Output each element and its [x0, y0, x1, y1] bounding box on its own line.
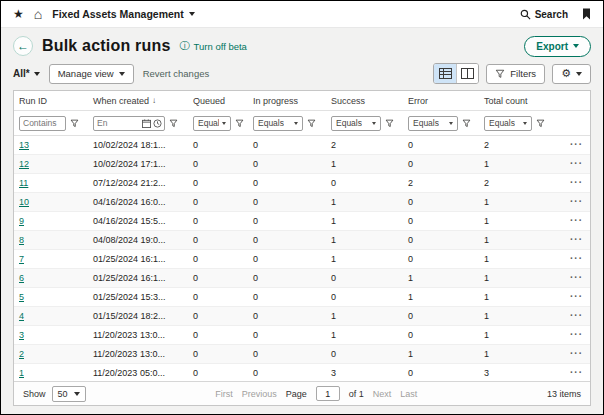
column-header-success[interactable]: Success: [326, 96, 403, 106]
bulk-action-runs-table: Run ID When created ↓ Queued In progress…: [13, 90, 591, 406]
first-page-link[interactable]: First: [215, 389, 233, 399]
row-actions-button[interactable]: ···: [570, 140, 583, 150]
calendar-icon[interactable]: [142, 119, 151, 128]
table-row[interactable]: 111/20/2023 05:0...00303···: [14, 364, 590, 381]
run-id-link[interactable]: 4: [19, 311, 24, 321]
run-id-link[interactable]: 8: [19, 235, 24, 245]
in-progress-cell: 0: [248, 178, 326, 188]
manage-view-button[interactable]: Manage view: [49, 64, 134, 84]
when-created-filter-funnel-button[interactable]: [168, 119, 179, 128]
table-row[interactable]: 804/08/2024 19:0...00101···: [14, 231, 590, 250]
row-actions-button[interactable]: ···: [570, 273, 583, 283]
run-id-link[interactable]: 2: [19, 349, 24, 359]
page-size-select[interactable]: 50: [52, 386, 86, 402]
when-created-filter-input[interactable]: En: [93, 116, 165, 131]
total-count-cell: 1: [479, 311, 554, 321]
table-row[interactable]: 1004/16/2024 16:0...00101···: [14, 193, 590, 212]
filters-button[interactable]: Filters: [486, 64, 545, 84]
queued-cell: 0: [188, 178, 248, 188]
total-count-filter-funnel-button[interactable]: [535, 119, 546, 128]
view-toggle-columns[interactable]: [456, 64, 478, 83]
success-cell: 1: [326, 311, 403, 321]
column-header-when-created[interactable]: When created ↓: [88, 96, 188, 106]
table-row[interactable]: 904/16/2024 15:5...00101···: [14, 212, 590, 231]
success-filter-funnel-button[interactable]: [384, 119, 395, 128]
total-count-filter-select[interactable]: Equals: [484, 116, 532, 131]
row-actions-button[interactable]: ···: [570, 349, 583, 359]
row-actions-button[interactable]: ···: [570, 311, 583, 321]
queued-filter-funnel-button[interactable]: [234, 119, 245, 128]
error-filter-select[interactable]: Equals: [408, 116, 458, 131]
clock-icon[interactable]: [153, 119, 162, 128]
home-icon[interactable]: ⌂: [34, 7, 42, 21]
run-id-link[interactable]: 10: [19, 197, 29, 207]
error-filter-funnel-button[interactable]: [461, 119, 472, 128]
last-page-link[interactable]: Last: [400, 389, 417, 399]
back-button[interactable]: ←: [13, 36, 33, 56]
export-button[interactable]: Export: [524, 36, 591, 57]
row-actions-button[interactable]: ···: [570, 292, 583, 302]
row-actions-button[interactable]: ···: [570, 178, 583, 188]
table-row[interactable]: 1210/02/2024 17:1...00101···: [14, 155, 590, 174]
run-id-filter-funnel-button[interactable]: [69, 119, 80, 128]
error-cell: 1: [403, 292, 479, 302]
column-header-queued[interactable]: Queued: [188, 96, 248, 106]
run-id-link[interactable]: 1: [19, 368, 24, 378]
turn-off-beta-link[interactable]: ⓘ Turn off beta: [180, 39, 247, 53]
run-id-link[interactable]: 12: [19, 159, 29, 169]
table-row[interactable]: 501/25/2024 15:3...00011···: [14, 288, 590, 307]
top-bar-right: Search: [520, 8, 591, 20]
total-count-cell: 1: [479, 254, 554, 264]
table-row[interactable]: 311/20/2023 13:0...00101···: [14, 326, 590, 345]
page-input[interactable]: [316, 386, 340, 401]
equals-option: Equals: [489, 118, 515, 128]
run-id-link[interactable]: 3: [19, 330, 24, 340]
row-actions-button[interactable]: ···: [570, 330, 583, 340]
sort-descending-icon: ↓: [152, 96, 156, 105]
view-toggle-list[interactable]: [434, 64, 456, 83]
run-id-link[interactable]: 11: [19, 178, 28, 188]
next-page-link[interactable]: Next: [373, 389, 392, 399]
chevron-down-icon: [34, 72, 40, 76]
table-row[interactable]: 211/20/2023 13:0...00011···: [14, 345, 590, 364]
run-id-filter-input[interactable]: [19, 116, 66, 131]
column-header-in-progress[interactable]: In progress: [248, 96, 326, 106]
in-progress-filter-select[interactable]: Equals: [253, 116, 303, 131]
table-row[interactable]: 401/15/2024 18:2...00101···: [14, 307, 590, 326]
row-actions-button[interactable]: ···: [570, 216, 583, 226]
run-id-link[interactable]: 5: [19, 292, 24, 302]
table-row[interactable]: 601/25/2024 16:1...00011···: [14, 269, 590, 288]
column-header-error[interactable]: Error: [403, 96, 479, 106]
run-id-link[interactable]: 6: [19, 273, 24, 283]
row-actions-button[interactable]: ···: [570, 368, 583, 378]
run-id-link[interactable]: 9: [19, 216, 24, 226]
row-actions-button[interactable]: ···: [570, 159, 583, 169]
in-progress-filter-funnel-button[interactable]: [306, 119, 317, 128]
previous-page-link[interactable]: Previous: [242, 389, 277, 399]
chevron-down-icon: [449, 122, 453, 125]
bookmark-icon[interactable]: [582, 8, 591, 20]
queued-filter-select[interactable]: Equals: [193, 116, 231, 131]
in-progress-cell: 0: [248, 292, 326, 302]
row-actions-button[interactable]: ···: [570, 197, 583, 207]
row-actions-button[interactable]: ···: [570, 235, 583, 245]
settings-button[interactable]: ⚙: [552, 64, 591, 84]
row-actions-cell: ···: [554, 349, 590, 359]
table-row[interactable]: 701/25/2024 16:1...00101···: [14, 250, 590, 269]
table-row[interactable]: 1310/02/2024 18:1...00202···: [14, 136, 590, 155]
revert-changes-link[interactable]: Revert changes: [143, 68, 210, 79]
row-actions-button[interactable]: ···: [570, 254, 583, 264]
queued-cell: 0: [188, 311, 248, 321]
favorites-star-icon[interactable]: ★: [13, 8, 24, 20]
column-header-run-id[interactable]: Run ID: [14, 96, 88, 106]
run-id-link[interactable]: 7: [19, 254, 24, 264]
search-button[interactable]: Search: [520, 9, 568, 20]
app-title-menu[interactable]: Fixed Assets Management: [52, 8, 195, 20]
in-progress-cell: 0: [248, 235, 326, 245]
queued-cell: 0: [188, 159, 248, 169]
run-id-link[interactable]: 13: [19, 140, 29, 150]
table-row[interactable]: 1107/12/2024 21:2...00022···: [14, 174, 590, 193]
view-selector[interactable]: All*: [13, 68, 40, 79]
success-filter-select[interactable]: Equals: [331, 116, 381, 131]
column-header-total-count[interactable]: Total count: [479, 96, 554, 106]
